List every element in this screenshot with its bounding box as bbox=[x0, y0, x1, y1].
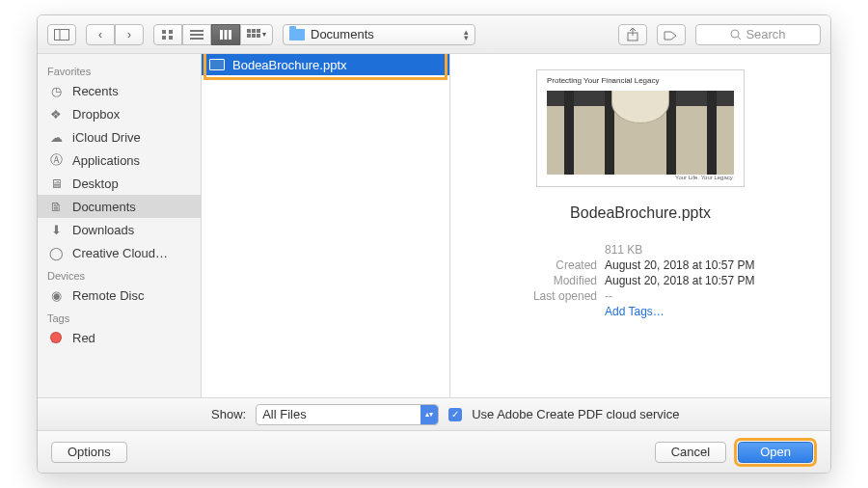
thumbnail: Protecting Your Financial Legacy Your Li… bbox=[536, 69, 745, 187]
svg-rect-13 bbox=[252, 29, 256, 33]
updown-icon: ▴▾ bbox=[420, 405, 438, 424]
tag-icon bbox=[664, 29, 679, 41]
folder-icon bbox=[289, 29, 305, 41]
chevron-down-icon: ▾ bbox=[262, 30, 266, 39]
add-tags-link[interactable]: Add Tags… bbox=[605, 305, 665, 318]
sidebar-item-remote-disc[interactable]: ◉Remote Disc bbox=[38, 284, 201, 307]
view-icons-button[interactable] bbox=[153, 24, 182, 45]
meta-label-last-opened: Last opened bbox=[470, 289, 597, 303]
clock-icon: ◷ bbox=[47, 84, 65, 97]
svg-rect-11 bbox=[229, 30, 231, 40]
sidebar-toggle-button[interactable] bbox=[47, 24, 76, 45]
sidebar-toggle-group bbox=[47, 24, 76, 45]
svg-rect-3 bbox=[169, 30, 173, 34]
chevron-left-icon: ‹ bbox=[98, 28, 102, 41]
svg-rect-12 bbox=[247, 29, 251, 33]
meta-value-modified: August 20, 2018 at 10:57 PM bbox=[605, 274, 754, 287]
sidebar-item-tag-red[interactable]: Red bbox=[38, 326, 201, 349]
panel-icon bbox=[54, 29, 69, 41]
tag-dot-icon bbox=[47, 331, 65, 344]
view-list-button[interactable] bbox=[182, 24, 211, 45]
downloads-icon: ⬇ bbox=[47, 223, 65, 236]
file-row[interactable]: BodeaBrochure.pptx bbox=[202, 54, 449, 75]
svg-rect-17 bbox=[257, 34, 260, 38]
forward-button[interactable]: › bbox=[115, 24, 144, 45]
dropbox-icon: ❖ bbox=[47, 107, 65, 121]
sidebar-item-downloads[interactable]: ⬇Downloads bbox=[38, 218, 201, 241]
view-mode-group: ▾ bbox=[153, 24, 273, 45]
svg-line-21 bbox=[738, 37, 741, 40]
sidebar-item-recents[interactable]: ◷Recents bbox=[38, 79, 201, 102]
file-icon bbox=[209, 59, 225, 70]
path-label: Documents bbox=[311, 27, 374, 41]
meta-label-created: Created bbox=[470, 258, 597, 272]
svg-rect-9 bbox=[220, 30, 223, 40]
sidebar-header-favorites: Favorites bbox=[38, 60, 201, 79]
sidebar-item-applications[interactable]: ⒶApplications bbox=[38, 149, 201, 172]
svg-rect-2 bbox=[162, 30, 166, 34]
dialog-body: Favorites ◷Recents ❖Dropbox ☁iCloud Driv… bbox=[38, 54, 830, 397]
sidebar-item-icloud[interactable]: ☁iCloud Drive bbox=[38, 125, 201, 149]
cloud-service-label: Use Adobe Create PDF cloud service bbox=[472, 407, 679, 421]
sidebar-item-creative-cloud[interactable]: ◯Creative Cloud… bbox=[38, 241, 201, 264]
svg-rect-10 bbox=[225, 30, 228, 40]
svg-rect-5 bbox=[169, 36, 173, 40]
grid-icon bbox=[161, 29, 175, 41]
back-button[interactable]: ‹ bbox=[86, 24, 115, 45]
options-button[interactable]: Options bbox=[51, 442, 127, 463]
toolbar: ‹ › ▾ Documents ▴▾ bbox=[38, 15, 830, 54]
cancel-button[interactable]: Cancel bbox=[655, 442, 726, 463]
cloud-service-checkbox[interactable]: ✓ bbox=[448, 408, 462, 421]
list-icon bbox=[190, 29, 203, 41]
svg-point-20 bbox=[731, 30, 739, 38]
preview-metadata: 811 KB CreatedAugust 20, 2018 at 10:57 P… bbox=[470, 243, 811, 320]
sidebar-header-devices: Devices bbox=[38, 264, 201, 284]
open-button[interactable]: Open bbox=[738, 442, 813, 463]
footer: Options Cancel Open bbox=[38, 430, 830, 473]
preview-size: 811 KB bbox=[605, 243, 642, 257]
search-field[interactable]: Search bbox=[695, 24, 821, 45]
app-icon: Ⓐ bbox=[47, 153, 65, 167]
sidebar-item-documents[interactable]: 🗎Documents bbox=[38, 195, 201, 218]
view-gallery-button[interactable]: ▾ bbox=[240, 24, 273, 45]
thumb-footer: Your Life. Your Legacy. bbox=[547, 175, 734, 180]
path-dropdown[interactable]: Documents ▴▾ bbox=[283, 24, 475, 45]
preview-filename: BodeaBrochure.pptx bbox=[570, 204, 711, 222]
disc-icon: ◉ bbox=[47, 288, 65, 302]
svg-rect-16 bbox=[252, 34, 256, 38]
show-label: Show: bbox=[211, 407, 246, 421]
search-icon bbox=[730, 29, 742, 41]
share-button[interactable] bbox=[618, 24, 647, 45]
tags-button[interactable] bbox=[657, 24, 686, 45]
thumb-title: Protecting Your Financial Legacy bbox=[547, 76, 734, 85]
svg-rect-0 bbox=[55, 29, 69, 40]
columns-icon bbox=[219, 29, 232, 41]
search-placeholder: Search bbox=[746, 27, 785, 41]
open-file-dialog: ‹ › ▾ Documents ▴▾ bbox=[37, 14, 831, 474]
creative-cloud-icon: ◯ bbox=[47, 246, 65, 259]
svg-rect-15 bbox=[247, 34, 251, 38]
svg-rect-4 bbox=[162, 36, 166, 40]
filter-bar: Show: All Files ▴▾ ✓ Use Adobe Create PD… bbox=[38, 397, 830, 430]
sidebar-item-dropbox[interactable]: ❖Dropbox bbox=[38, 102, 201, 125]
svg-rect-14 bbox=[257, 29, 260, 33]
sidebar-item-desktop[interactable]: 🖥Desktop bbox=[38, 172, 201, 195]
nav-group: ‹ › bbox=[86, 24, 144, 45]
meta-label-modified: Modified bbox=[470, 274, 597, 287]
chevron-right-icon: › bbox=[127, 28, 131, 41]
file-name: BodeaBrochure.pptx bbox=[232, 58, 347, 72]
documents-icon: 🗎 bbox=[47, 200, 65, 213]
preview-pane: Protecting Your Financial Legacy Your Li… bbox=[450, 54, 830, 397]
gallery-icon bbox=[247, 29, 260, 41]
meta-value-created: August 20, 2018 at 10:57 PM bbox=[605, 258, 754, 272]
file-column: BodeaBrochure.pptx bbox=[202, 54, 450, 397]
desktop-icon: 🖥 bbox=[47, 176, 65, 190]
highlight-open: Open bbox=[734, 438, 817, 467]
thumb-image bbox=[547, 91, 734, 175]
sidebar: Favorites ◷Recents ❖Dropbox ☁iCloud Driv… bbox=[38, 54, 202, 397]
meta-value-last-opened: -- bbox=[605, 289, 612, 303]
filter-value: All Files bbox=[262, 407, 307, 421]
view-columns-button[interactable] bbox=[211, 24, 240, 45]
filter-select[interactable]: All Files ▴▾ bbox=[256, 404, 439, 425]
updown-icon: ▴▾ bbox=[464, 29, 469, 41]
